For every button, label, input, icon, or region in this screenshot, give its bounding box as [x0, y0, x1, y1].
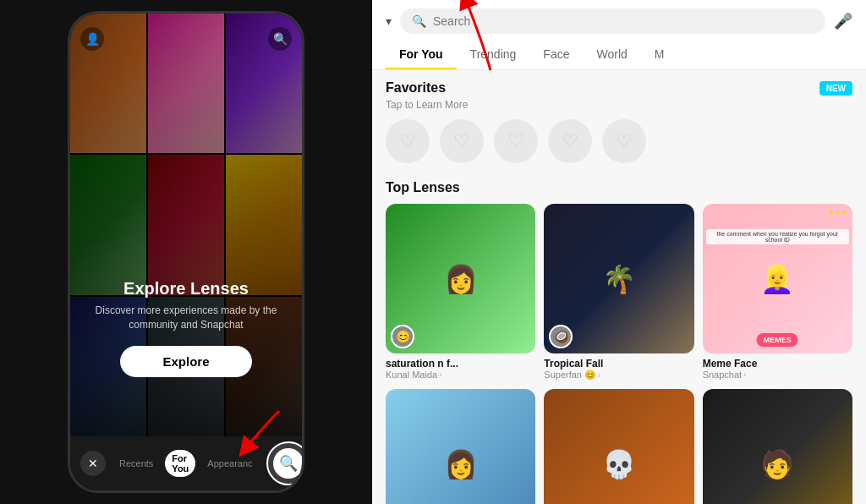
chevron-icon-3: › [743, 370, 746, 379]
phone-top-bar: 👤 🔍 [70, 20, 302, 58]
search-input-container[interactable]: 🔍 [400, 8, 825, 34]
favorites-subtitle: Tap to Learn More [386, 99, 852, 111]
chevron-icon-1: › [439, 370, 441, 379]
lens-thumb-4: 👩 [386, 389, 535, 504]
tab-for-you[interactable]: For You [386, 41, 457, 69]
lens-person-5: 💀 [544, 389, 693, 504]
tab-appearance[interactable]: Appearanc [200, 455, 259, 472]
favorites-title: Favorites [386, 80, 446, 96]
lens-thumb-6: 🧑 [703, 389, 852, 504]
heart-4[interactable]: ♡ [548, 119, 592, 163]
top-lenses-title: Top Lenses [386, 180, 852, 195]
phone-mockup: 👤 🔍 Explore Lenses Discover more experie… [68, 11, 304, 493]
phone-screen: 👤 🔍 Explore Lenses Discover more experie… [70, 14, 302, 436]
lens-name-3: Meme Face [703, 358, 852, 370]
heart-3[interactable]: ♡ [494, 119, 538, 163]
favorites-header: Favorites NEW [386, 80, 852, 96]
search-input[interactable] [433, 14, 814, 28]
lens-card-3[interactable]: ★ ★ ★ 👱‍♀️ the comment when you realize … [703, 204, 852, 381]
lens-person-6: 🧑 [703, 389, 852, 504]
lens-name-1: saturation n f... [386, 358, 535, 370]
lens-person-4: 👩 [386, 389, 535, 504]
lens-person-3: 👱‍♀️ [703, 204, 852, 353]
lens-card-2[interactable]: 🌴 🥥 Tropical Fall Superfan 😊 › [544, 204, 693, 381]
phone-bottom-bar: ✕ Recents For You Appearanc 🔍 ↻ [70, 436, 302, 490]
search-row: ▾ 🔍 🎤 [386, 8, 852, 34]
content-area: Favorites NEW Tap to Learn More ♡ ♡ ♡ ♡ … [372, 70, 866, 504]
favorites-row: ♡ ♡ ♡ ♡ ♡ [386, 119, 852, 163]
mic-icon[interactable]: 🎤 [834, 12, 852, 30]
lens-card-4[interactable]: 👩 Lens 4 Creator › [386, 389, 535, 504]
bottom-tab-bar: Recents For You Appearanc [112, 450, 260, 477]
new-badge: NEW [819, 81, 852, 96]
lens-author-1: Kunal Maida › [386, 370, 535, 380]
tab-more[interactable]: M [641, 41, 678, 69]
left-panel: 👤 🔍 Explore Lenses Discover more experie… [0, 0, 372, 504]
heart-5[interactable]: ♡ [602, 119, 646, 163]
explore-button[interactable]: Explore [120, 346, 251, 377]
lens-inner-icon: 🔍 [273, 448, 304, 479]
lens-card-5[interactable]: 💀 Lens 5 Creator › [544, 389, 693, 504]
lens-card-6[interactable]: 🧑 Lens 6 Creator › [703, 389, 852, 504]
heart-1[interactable]: ♡ [386, 119, 430, 163]
search-top-icon[interactable]: 🔍 [268, 27, 292, 51]
search-icon: 🔍 [412, 14, 426, 28]
right-panel: ▾ 🔍 🎤 For You Trending Face World M [372, 0, 866, 504]
profile-icon[interactable]: 👤 [80, 27, 104, 51]
lens-thumb-text: the comment when you realize you forgot … [706, 229, 849, 244]
tab-recents[interactable]: Recents [112, 455, 160, 472]
explore-title: Explore Lenses [123, 279, 249, 299]
lens-name-2: Tropical Fall [544, 358, 693, 370]
lens-thumb-5: 💀 [544, 389, 693, 504]
chevron-icon-2: › [598, 371, 600, 380]
tab-world[interactable]: World [583, 41, 640, 69]
close-button[interactable]: ✕ [80, 451, 106, 476]
memes-badge: MEMES [757, 333, 798, 347]
lens-capture-button[interactable]: 🔍 [266, 441, 304, 485]
lenses-grid: 👩 😊 saturation n f... Kunal Maida › 🌴 🥥 … [386, 204, 852, 504]
heart-2[interactable]: ♡ [440, 119, 484, 163]
lens-author-2: Superfan 😊 › [544, 370, 693, 381]
lens-thumb-1: 👩 😊 [386, 204, 535, 353]
nav-tabs: For You Trending Face World M [386, 41, 852, 69]
lens-thumb-2: 🌴 🥥 [544, 204, 693, 353]
tab-trending[interactable]: Trending [457, 41, 530, 69]
lens-author-3: Snapchat › [703, 370, 852, 380]
tab-face[interactable]: Face [529, 41, 583, 69]
dropdown-icon[interactable]: ▾ [386, 14, 392, 28]
lens-card-1[interactable]: 👩 😊 saturation n f... Kunal Maida › [386, 204, 535, 381]
explore-subtitle: Discover more experiences made by the co… [70, 304, 302, 332]
tab-foryou[interactable]: For You [165, 450, 195, 477]
screen-overlay: Explore Lenses Discover more experiences… [70, 14, 302, 436]
lens-thumb-3: ★ ★ ★ 👱‍♀️ the comment when you realize … [703, 204, 852, 353]
search-bar: ▾ 🔍 🎤 For You Trending Face World M [372, 0, 866, 70]
